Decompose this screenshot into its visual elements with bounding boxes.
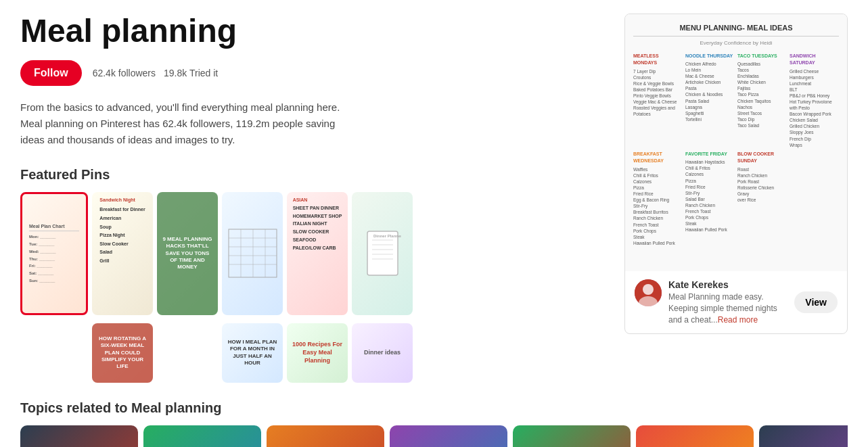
avatar	[635, 279, 662, 306]
topic-overlay	[759, 425, 848, 447]
meal-plan-content: MENU PLANNING- MEAL IDEAS Everyday Confi…	[633, 22, 839, 246]
topic-card-healthy-meal[interactable]: This Week's Healthy Meal Plan Healthy me…	[513, 425, 631, 447]
topics-title: Topics related to Meal planning	[20, 400, 848, 416]
meal-day-noodle: NOODLE THURSDAY Chicken Alfredo Lo Mein …	[685, 53, 735, 148]
pin-item[interactable]: Meal Plan Chart Mon: _______ Tue: ______…	[20, 192, 88, 315]
pin-overlay	[222, 192, 283, 315]
pin-overlay: Dinner ideas	[352, 323, 413, 383]
svg-point-16	[643, 284, 654, 295]
grid-spacer	[790, 151, 790, 246]
pin-item[interactable]: Dinner ideas	[352, 323, 413, 383]
left-section: Meal planning Follow 62.4k followers 19.…	[20, 14, 604, 387]
topics-scroll-wrapper: 31 DAYS OF DINNERS FREE Menu Plan All Re…	[20, 425, 848, 447]
pin-item[interactable]: HOW ROTATING A SIX-WEEK MEAL PLAN COULD …	[92, 323, 153, 383]
svg-text:Dinner Planner: Dinner Planner	[373, 234, 401, 238]
topics-row: 31 DAYS OF DINNERS FREE Menu Plan All Re…	[20, 425, 848, 447]
pin-spacer	[157, 323, 218, 383]
read-more-link[interactable]: Read more	[718, 315, 758, 325]
pin-overlay: 1000 Recipes For Easy Meal Planning	[287, 323, 348, 383]
topic-overlay: 31 DAYS OF DINNERS FREE Menu Plan All Re…	[20, 425, 138, 447]
map-icon	[227, 228, 278, 279]
user-info: Kate Kerekes Meal Planning made easy. Ke…	[668, 279, 787, 325]
meal-day-breakfast: BREAKFAST WEDNESDAY Waffles Chill & Frit…	[633, 151, 683, 246]
meal-day-slow-cooker: BLOW COOKER SUNDAY Roast Ranch Chicken P…	[737, 151, 787, 246]
pin-item[interactable]: Dinner Planner	[352, 192, 413, 315]
topic-overlay	[390, 425, 507, 447]
pin-item[interactable]: 9 MEAL PLANNING HACKS THAT'LL SAVE YOU T…	[157, 192, 218, 315]
meal-plan-subtitle: Everyday Confidence by Heidi	[633, 39, 839, 47]
pin-item[interactable]: Sandwich Night Breakfast for Dinner Amer…	[92, 192, 153, 315]
followers-count: 62.4k followers	[93, 68, 156, 78]
topic-overlay: 35 Frugal Family Meals	[636, 425, 754, 447]
pin-overlay: Dinner Planner	[352, 192, 413, 315]
topic-overlay: EAT AT HOME Weekly Meal Plan All Slow Co…	[143, 425, 261, 447]
pin-overlay: Sandwich Night Breakfast for Dinner Amer…	[92, 192, 153, 315]
svg-rect-0	[229, 229, 277, 277]
meta-row: Follow 62.4k followers 19.8k Tried it	[20, 60, 604, 86]
description-text: From the basics to advanced, you'll find…	[20, 99, 359, 148]
topic-card-weekly-food-prep[interactable]: Weekly food prep	[390, 425, 507, 447]
meal-day-favorite: FAVORITE FRIDAY Hawaiian Haystacks Chill…	[685, 151, 735, 246]
tried-it-count: 19.8k Tried it	[164, 68, 218, 78]
meal-day-taco: TACO TUESDAYS Quesadillas Tacos Enchilad…	[737, 53, 787, 148]
pins-grid: Meal Plan Chart Mon: _______ Tue: ______…	[20, 192, 604, 387]
user-card: Kate Kerekes Meal Planning made easy. Ke…	[625, 271, 847, 333]
topic-overlay	[267, 425, 384, 447]
featured-pins-title: Featured Pins	[20, 167, 604, 183]
meal-plan-image: MENU PLANNING- MEAL IDEAS Everyday Confi…	[625, 14, 847, 271]
meal-plan-card: MENU PLANNING- MEAL IDEAS Everyday Confi…	[624, 14, 848, 334]
pin-overlay: HOW I MEAL PLAN FOR A MONTH IN JUST HALF…	[222, 323, 283, 383]
pin-overlay: 9 MEAL PLANNING HACKS THAT'LL SAVE YOU T…	[157, 192, 218, 315]
meal-plan-grid: MEATLESS MONDAYS 7 Layer Dip Croutons Ri…	[633, 53, 839, 246]
pin-item[interactable]: HOW I MEAL PLAN FOR A MONTH IN JUST HALF…	[222, 323, 283, 383]
avatar-image	[635, 279, 662, 306]
topic-overlay: This Week's Healthy Meal Plan	[513, 425, 631, 447]
topic-card-frugal[interactable]: 35 Frugal Family Meals Frugal meals	[636, 425, 754, 447]
meta-stats: 62.4k followers 19.8k Tried it	[93, 68, 219, 78]
meal-day-meatless: MEATLESS MONDAYS 7 Layer Dip Croutons Ri…	[633, 53, 683, 148]
pin-overlay: HOW ROTATING A SIX-WEEK MEAL PLAN COULD …	[92, 323, 153, 383]
follow-button[interactable]: Follow	[20, 60, 82, 86]
user-description: Meal Planning made easy. Keeping simple …	[668, 291, 787, 325]
pin-item[interactable]: ASIAN SHEET PAN DINNER HOMEMARKET SHOP I…	[287, 192, 348, 315]
pin-overlay: Meal Plan Chart Mon: _______ Tue: ______…	[22, 194, 86, 313]
topic-card-freezer[interactable]: Freezer cooking	[759, 425, 848, 447]
topic-card-weekly-meal[interactable]: EAT AT HOME Weekly Meal Plan All Slow Co…	[143, 425, 261, 447]
main-content: Meal planning Follow 62.4k followers 19.…	[0, 0, 868, 400]
pin-overlay: ASIAN SHEET PAN DINNER HOMEMARKET SHOP I…	[287, 192, 348, 315]
view-button[interactable]: View	[794, 291, 838, 313]
notebook-icon: Dinner Planner	[364, 230, 401, 277]
user-name: Kate Kerekes	[668, 279, 787, 290]
topic-card-menu-planning[interactable]: 31 DAYS OF DINNERS FREE Menu Plan All Re…	[20, 425, 138, 447]
page-wrapper: Meal planning Follow 62.4k followers 19.…	[0, 0, 868, 447]
topics-section: Topics related to Meal planning 31 DAYS …	[0, 400, 868, 447]
meal-plan-header: MENU PLANNING- MEAL IDEAS	[633, 22, 839, 37]
pins-row2: HOW ROTATING A SIX-WEEK MEAL PLAN COULD …	[92, 323, 604, 383]
pins-row1: Meal Plan Chart Mon: _______ Tue: ______…	[20, 192, 604, 315]
page-title: Meal planning	[20, 14, 604, 49]
pin-item[interactable]: 1000 Recipes For Easy Meal Planning	[287, 323, 348, 383]
right-section: MENU PLANNING- MEAL IDEAS Everyday Confi…	[624, 14, 848, 387]
meal-day-sandwich: SANDWICH SATURDAY Grilled Cheese Hamburg…	[790, 53, 839, 148]
pin-item[interactable]	[222, 192, 283, 315]
topic-card-money-saving[interactable]: Money saving meals	[267, 425, 384, 447]
